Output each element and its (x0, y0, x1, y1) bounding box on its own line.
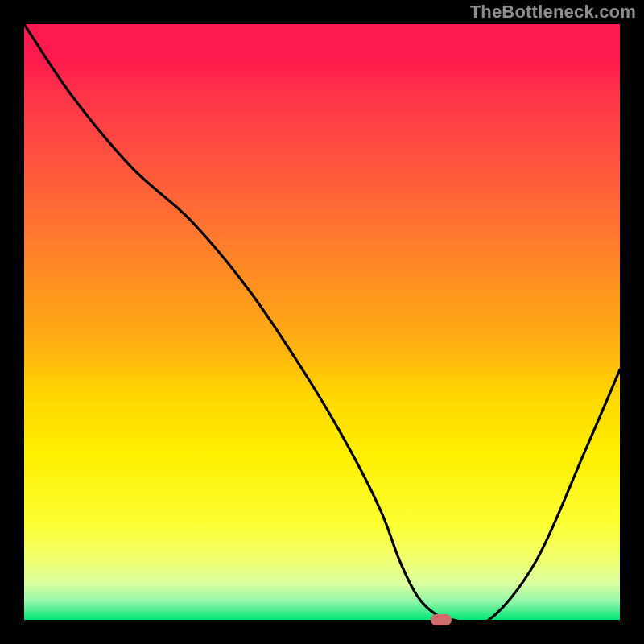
curve-path (24, 24, 620, 620)
chart-frame: TheBottleneck.com (0, 0, 644, 644)
watermark-label: TheBottleneck.com (470, 2, 636, 23)
optimal-marker (431, 614, 452, 625)
plot-area (24, 24, 620, 620)
bottleneck-curve (24, 24, 620, 620)
